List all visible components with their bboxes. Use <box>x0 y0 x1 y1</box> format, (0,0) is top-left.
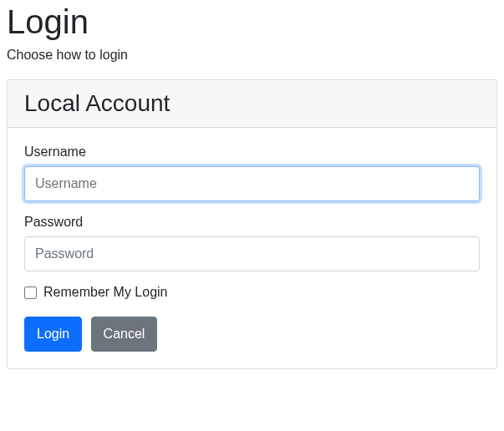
cancel-button[interactable]: Cancel <box>91 317 158 352</box>
password-input[interactable] <box>24 236 480 271</box>
card-header-title: Local Account <box>24 90 480 117</box>
remember-checkbox[interactable] <box>24 286 37 299</box>
button-row: Login Cancel <box>24 317 480 352</box>
page-title: Login <box>7 3 497 41</box>
remember-group: Remember My Login <box>24 285 480 300</box>
username-label: Username <box>24 145 480 160</box>
password-group: Password <box>24 215 480 271</box>
page-subtitle: Choose how to login <box>7 48 497 63</box>
card-body: Username Password Remember My Login Logi… <box>8 128 496 368</box>
username-group: Username <box>24 145 480 201</box>
username-input[interactable] <box>24 166 480 201</box>
remember-label[interactable]: Remember My Login <box>43 285 168 300</box>
login-card: Local Account Username Password Remember… <box>7 79 497 369</box>
card-header: Local Account <box>8 80 496 128</box>
login-button[interactable]: Login <box>24 317 82 352</box>
password-label: Password <box>24 215 480 230</box>
